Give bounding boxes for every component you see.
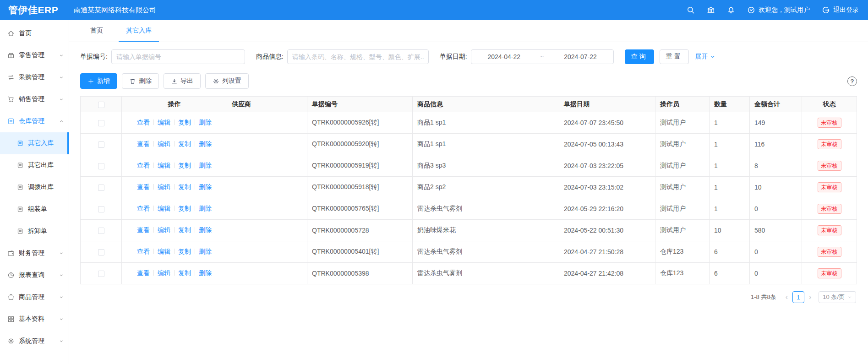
bill-no-cell: QTRK00000005926[转] [307, 112, 413, 134]
expand-link[interactable]: 展开 [695, 53, 715, 61]
logout-button[interactable]: 退出登录 [822, 6, 859, 14]
view-link[interactable]: 查看 [137, 183, 150, 190]
row-checkbox[interactable] [98, 228, 104, 234]
view-link[interactable]: 查看 [137, 248, 150, 255]
row-checkbox[interactable] [98, 185, 104, 191]
add-button[interactable]: 新增 [80, 73, 117, 89]
edit-link[interactable]: 编辑 [158, 183, 170, 190]
copy-link[interactable]: 复制 [178, 119, 191, 126]
search-button[interactable]: 查询 [625, 49, 654, 64]
sidebar-item-retail[interactable]: 零售管理 [0, 44, 69, 66]
row-checkbox[interactable] [98, 141, 104, 148]
delete-link[interactable]: 删除 [199, 226, 212, 234]
row-checkbox[interactable] [98, 120, 104, 126]
delete-link[interactable]: 删除 [199, 269, 212, 277]
date-start-value[interactable]: 2024-04-22 [487, 53, 520, 60]
checkbox-cell [81, 155, 122, 177]
delete-link[interactable]: 删除 [199, 119, 212, 126]
search-icon[interactable] [687, 6, 695, 14]
sidebar-item-reports[interactable]: 报表查询 [0, 264, 69, 286]
copy-link[interactable]: 复制 [178, 162, 191, 169]
edit-link[interactable]: 编辑 [158, 140, 170, 147]
sidebar-item-system[interactable]: 系统管理 [0, 330, 69, 352]
sidebar-item-purchase[interactable]: 采购管理 [0, 66, 69, 88]
tab-home[interactable]: 首页 [83, 20, 110, 42]
row-checkbox[interactable] [98, 163, 104, 169]
delete-link[interactable]: 删除 [199, 248, 212, 255]
edit-link[interactable]: 编辑 [158, 269, 170, 277]
copy-link[interactable]: 复制 [178, 205, 191, 212]
next-page-button[interactable]: › [806, 293, 814, 301]
bill-no-input[interactable] [111, 49, 245, 64]
sidebar-item-disassembly[interactable]: 拆卸单 [0, 220, 69, 242]
supplier-cell [227, 112, 307, 134]
view-link[interactable]: 查看 [137, 269, 150, 277]
page-size-select[interactable]: 10 条/页 [819, 291, 856, 303]
tab-other-inbound[interactable]: 其它入库 [119, 20, 159, 42]
sidebar-item-sales[interactable]: 销售管理 [0, 88, 69, 110]
edit-link[interactable]: 编辑 [158, 205, 170, 212]
header-checkbox-cell [81, 97, 122, 112]
doc-icon [16, 162, 24, 169]
edit-link[interactable]: 编辑 [158, 119, 170, 126]
supplier-cell [227, 155, 307, 177]
doc-icon [16, 228, 24, 235]
header-actions: 操作 [122, 97, 227, 112]
sidebar-item-other-inbound[interactable]: 其它入库 [0, 132, 69, 154]
view-link[interactable]: 查看 [137, 205, 150, 212]
date-end-value[interactable]: 2024-07-22 [564, 53, 597, 60]
bank-icon[interactable] [707, 6, 715, 14]
supplier-cell [227, 220, 307, 241]
copy-link[interactable]: 复制 [178, 269, 191, 277]
column-settings-button[interactable]: 列设置 [205, 73, 249, 89]
view-link[interactable]: 查看 [137, 226, 150, 234]
sidebar-item-home[interactable]: 首页 [0, 22, 69, 44]
select-all-checkbox[interactable] [98, 102, 104, 108]
delete-button[interactable]: 删除 [122, 73, 159, 89]
copy-link[interactable]: 复制 [178, 226, 191, 234]
help-icon[interactable]: ? [847, 76, 857, 86]
table-row: 查看编辑复制删除QTRK00000005920[转]商品1 sp12024-07… [81, 134, 857, 155]
date-range-input[interactable]: 2024-04-22 ~ 2024-07-22 [471, 49, 614, 64]
report-pie-icon [7, 272, 15, 279]
row-checkbox[interactable] [98, 249, 104, 255]
copy-link[interactable]: 复制 [178, 140, 191, 147]
sidebar-item-transfer-outbound[interactable]: 调拨出库 [0, 176, 69, 198]
view-link[interactable]: 查看 [137, 119, 150, 126]
product-info-input[interactable] [287, 49, 429, 64]
status-badge: 未审核 [818, 268, 841, 278]
row-checkbox[interactable] [98, 271, 104, 277]
qty-cell: 1 [710, 198, 750, 220]
page-number-button[interactable]: 1 [792, 291, 804, 303]
edit-link[interactable]: 编辑 [158, 248, 170, 255]
export-button[interactable]: 导出 [164, 73, 201, 89]
sidebar-item-goods[interactable]: 商品管理 [0, 286, 69, 308]
status-badge: 未审核 [818, 225, 841, 235]
chevron-down-icon [59, 97, 64, 102]
sidebar-item-warehouse[interactable]: 仓库管理 [0, 110, 69, 132]
sidebar-item-basic-data[interactable]: 基本资料 [0, 308, 69, 330]
copy-link[interactable]: 复制 [178, 248, 191, 255]
qty-cell: 1 [710, 134, 750, 155]
reset-button[interactable]: 重置 [660, 49, 689, 64]
prev-page-button[interactable]: ‹ [783, 293, 791, 301]
delete-link[interactable]: 删除 [199, 183, 212, 190]
delete-link[interactable]: 删除 [199, 140, 212, 147]
amount-cell: 0 [750, 263, 802, 284]
bell-icon[interactable] [727, 6, 735, 14]
copy-link[interactable]: 复制 [178, 183, 191, 190]
delete-link[interactable]: 删除 [199, 162, 212, 169]
view-link[interactable]: 查看 [137, 140, 150, 147]
sidebar-item-other-outbound[interactable]: 其它出库 [0, 154, 69, 176]
row-checkbox[interactable] [98, 206, 104, 212]
checkbox-cell [81, 263, 122, 284]
edit-link[interactable]: 编辑 [158, 162, 170, 169]
delete-link[interactable]: 删除 [199, 205, 212, 212]
sidebar-item-assembly[interactable]: 组装单 [0, 198, 69, 220]
doc-icon [16, 140, 24, 147]
sidebar-item-finance[interactable]: 财务管理 [0, 242, 69, 264]
view-link[interactable]: 查看 [137, 162, 150, 169]
user-menu[interactable]: 欢迎您，测试用户 [747, 6, 810, 14]
sidebar-item-label: 系统管理 [19, 337, 44, 345]
edit-link[interactable]: 编辑 [158, 226, 170, 234]
